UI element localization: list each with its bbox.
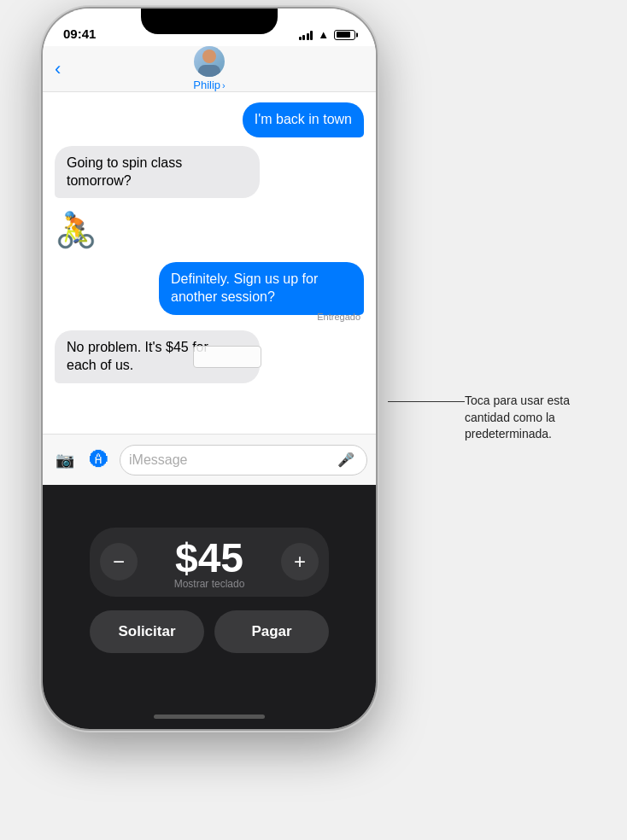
request-button[interactable]: Solicitar (90, 610, 204, 653)
keyboard-label: Mostrar teclado (174, 578, 245, 590)
status-icons: ▲ (299, 28, 355, 41)
home-bar[interactable] (154, 715, 265, 719)
message-bubble-received[interactable]: No problem. It's $45 for each of us. (55, 330, 260, 383)
delivered-status: Entregado (317, 312, 360, 322)
pay-button[interactable]: Pagar (214, 610, 329, 653)
input-bar: 📷 🅐 iMessage 🎤 (43, 434, 376, 485)
emoji-message: 🚴 (55, 207, 97, 254)
pay-buttons: Solicitar Pagar (90, 610, 329, 653)
plus-button[interactable]: + (281, 543, 319, 580)
camera-button[interactable]: 📷 (51, 446, 79, 474)
messages-area: I'm back in town Going to spin class tom… (43, 92, 376, 434)
amount-value: $45 (175, 534, 243, 581)
mic-button[interactable]: 🎤 (334, 448, 358, 472)
message-input[interactable]: iMessage 🎤 (120, 445, 367, 475)
phone-content: 09:41 ▲ ‹ (43, 9, 376, 729)
message-row: Definitely. Sign us up for another sessi… (159, 262, 364, 315)
annotation-text: Toca para usar esta cantidad como la pre… (465, 394, 570, 440)
amount-control: − $45 Mostrar teclado + (90, 528, 329, 597)
back-button[interactable]: ‹ (55, 58, 61, 80)
home-indicator (43, 703, 376, 729)
wifi-icon: ▲ (318, 28, 329, 41)
message-row: I'm back in town (55, 102, 364, 137)
input-placeholder: iMessage (129, 452, 329, 468)
camera-icon: 📷 (56, 451, 74, 470)
nav-bar: ‹ Philip › (43, 46, 376, 92)
message-bubble-sent: I'm back in town (243, 102, 364, 137)
mic-icon: 🎤 (337, 452, 355, 468)
applepay-area: − $45 Mostrar teclado + Solicitar Pagar (43, 485, 376, 703)
message-bubble-received: Going to spin class tomorrow? (55, 146, 260, 199)
message-row: Going to spin class tomorrow? (55, 146, 364, 199)
signal-icon (299, 30, 314, 40)
minus-button[interactable]: − (100, 543, 138, 580)
annotation: Toca para usar esta cantidad como la pre… (465, 393, 601, 443)
status-time: 09:41 (63, 26, 96, 41)
phone-frame: 09:41 ▲ ‹ (43, 9, 376, 729)
nav-contact[interactable]: Philip › (193, 46, 225, 91)
battery-icon (334, 30, 355, 40)
message-row: 🚴 (55, 207, 364, 254)
notch (141, 9, 278, 34)
amount-highlight[interactable] (193, 346, 261, 368)
message-bubble-sent: Definitely. Sign us up for another sessi… (159, 262, 364, 315)
apps-icon: 🅐 (90, 449, 108, 471)
message-row: No problem. It's $45 for each of us. (55, 330, 364, 383)
contact-name: Philip (193, 79, 220, 91)
contact-chevron-icon: › (222, 80, 226, 90)
annotation-line (388, 401, 465, 402)
apps-button[interactable]: 🅐 (85, 446, 113, 474)
avatar (194, 46, 225, 77)
